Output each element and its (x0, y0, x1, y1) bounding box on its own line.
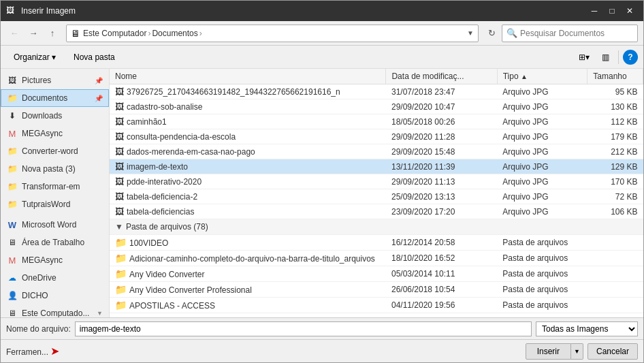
filename-label: Nome do arquivo: (6, 324, 71, 334)
organize-button[interactable]: Organizar ▾ (6, 49, 63, 65)
sidebar-label-megasync: MEGAsync (22, 129, 63, 138)
preview-button[interactable]: ▥ (597, 49, 614, 65)
bottom-bar: Nome do arquivo: Todas as Imagens (1, 317, 643, 339)
pictures-icon: 🖼 (7, 75, 18, 86)
sidebar-label-pictures: Pictures (22, 76, 51, 85)
file-list-area[interactable]: Nome Data de modificaç... Tipo ▲ Tamanho… (110, 69, 643, 317)
table-row[interactable]: 🖼37926725_2170434663191482_1944322765662… (110, 84, 643, 99)
back-button[interactable]: ← (6, 25, 22, 42)
new-folder-button[interactable]: Nova pasta (66, 49, 123, 65)
sidebar-item-onedrive[interactable]: ☁ OneDrive (1, 269, 109, 287)
refresh-button[interactable]: ↻ (484, 26, 499, 41)
sidebar-label-transformar: Transformar-em (22, 182, 80, 191)
forward-button[interactable]: → (25, 25, 42, 42)
close-button[interactable]: ✕ (622, 5, 638, 17)
col-header-type[interactable]: Tipo ▲ (497, 69, 587, 84)
sidebar-item-word[interactable]: W Microsoft Word (1, 216, 109, 234)
dialog-title: Inserir Imagem (21, 6, 76, 16)
breadcrumb-root[interactable]: Este Computador (83, 29, 146, 38)
tools-arrow-icon: ➤ (50, 345, 59, 357)
sidebar-item-megasync[interactable]: M MEGAsync (1, 125, 109, 142)
table-row[interactable]: 📁100VIDEO16/12/2014 20:58Pasta de arquiv… (110, 235, 643, 251)
col-header-date[interactable]: Data de modificaç... (386, 69, 497, 84)
toolbar-divider (618, 50, 619, 64)
table-row[interactable]: 🖼pdde-interativo-202029/09/2020 11:13Arq… (110, 174, 643, 189)
nova-pasta-icon: 📁 (7, 163, 18, 174)
filetype-select[interactable]: Todas as Imagens (536, 321, 638, 336)
sidebar-item-pictures[interactable]: 🖼 Pictures 📌 (1, 72, 109, 89)
insert-dropdown-button[interactable]: ▼ (571, 343, 583, 360)
table-row[interactable]: 📁APOSTILAS - ACCESS04/11/2020 19:56Pasta… (110, 298, 643, 313)
up-button[interactable]: ↑ (44, 25, 61, 42)
sidebar-item-computer[interactable]: 🖥 Este Computado... ▼ (1, 304, 109, 317)
table-row[interactable]: 🖼dados-merenda-em-casa-nao-pago29/09/202… (110, 144, 643, 159)
sidebar-item-desktop[interactable]: 🖥 Área de Trabalho (1, 234, 109, 251)
table-row[interactable]: ➤🖼imagem-de-texto13/11/2020 11:39Arquivo… (110, 159, 643, 174)
sidebar-item-downloads[interactable]: ⬇ Downloads (1, 107, 109, 125)
sidebar-label-dicho: DICHO (22, 291, 48, 300)
address-dropdown-icon[interactable]: ▼ (467, 29, 474, 37)
section-header-folders[interactable]: ▼Pasta de arquivos (78) (110, 219, 643, 235)
table-row[interactable]: 📁Any Video Converter05/03/2014 10:11Past… (110, 266, 643, 282)
sidebar-item-dicho[interactable]: 👤 DICHO (1, 287, 109, 304)
insert-button[interactable]: Inserir (526, 343, 571, 360)
breadcrumb-sep-1: › (148, 29, 150, 38)
action-bar: Organizar ▾ Nova pasta ⊞▾ ▥ ? (1, 46, 643, 69)
help-button[interactable]: ? (623, 50, 638, 65)
filename-input[interactable] (75, 321, 532, 336)
pin-icon-pictures: 📌 (95, 77, 103, 84)
table-row[interactable]: 🖼cadastro-sob-analise29/09/2020 10:47Arq… (110, 99, 643, 114)
table-row[interactable]: 🖼tabela-deficiencia-225/09/2020 13:13Arq… (110, 189, 643, 204)
table-row[interactable]: 📁Adicionar-caminho-completo-do-arquivo-n… (110, 251, 643, 266)
sidebar-label-nova-pasta: Nova pasta (3) (22, 164, 76, 174)
minimize-button[interactable]: ─ (586, 5, 602, 17)
sidebar-label-documents: Documentos (22, 93, 67, 103)
maximize-button[interactable]: □ (604, 5, 620, 17)
documents-icon: 📁 (7, 93, 18, 104)
col-header-name[interactable]: Nome (110, 69, 386, 84)
title-bar: 🖼 Inserir Imagem ─ □ ✕ (1, 1, 643, 21)
sidebar-label-tutprais: TutpraisWord (22, 200, 70, 209)
sort-arrow-icon: ▲ (521, 73, 528, 80)
sidebar-item-converter[interactable]: 📁 Converter-word (1, 142, 109, 160)
col-header-size[interactable]: Tamanho (587, 69, 643, 84)
table-row[interactable]: 🖼caminhão118/05/2018 00:26Arquivo JPG112… (110, 114, 643, 129)
downloads-icon: ⬇ (7, 110, 18, 121)
cancel-button[interactable]: Cancelar (587, 343, 638, 360)
sidebar-label-downloads: Downloads (22, 111, 62, 121)
onedrive-icon: ☁ (7, 272, 18, 283)
word-icon: W (7, 219, 18, 230)
address-bar[interactable]: 🖥 Este Computador › Documentos › ▼ (66, 25, 479, 42)
sidebar-item-transformar[interactable]: 📁 Transformar-em (1, 178, 109, 195)
mega2-icon: M (7, 255, 18, 266)
transformar-icon: 📁 (7, 181, 18, 192)
view-mode-button[interactable]: ⊞▾ (574, 49, 594, 65)
search-input[interactable] (520, 29, 633, 38)
dialog-icon: 🖼 (6, 5, 17, 16)
dicho-icon: 👤 (7, 290, 18, 301)
navigation-toolbar: ← → ↑ 🖥 Este Computador › Documentos › ▼… (1, 21, 643, 46)
table-row[interactable]: 🖼consulta-pendencia-da-escola29/09/2020 … (110, 129, 643, 144)
sidebar-item-mega2[interactable]: M MEGAsync (1, 251, 109, 269)
tutprais-icon: 📁 (7, 199, 18, 210)
file-table: Nome Data de modificaç... Tipo ▲ Tamanho… (110, 69, 643, 313)
table-row[interactable]: 📁Any Video Converter Professional26/06/2… (110, 282, 643, 298)
action-footer: Ferramen... ➤ Inserir ▼ Cancelar (1, 339, 643, 362)
search-box[interactable]: 🔍 (502, 25, 638, 42)
table-row[interactable]: 🖼tabela-deficiencias23/09/2020 17:20Arqu… (110, 204, 643, 219)
sidebar-item-nova-pasta[interactable]: 📁 Nova pasta (3) (1, 160, 109, 178)
pin-icon-documents: 📌 (95, 95, 103, 102)
megasync-icon: M (7, 128, 18, 139)
computer-icon: 🖥 (71, 28, 80, 39)
insert-btn-group: Inserir ▼ (526, 343, 583, 360)
computer-side-icon: 🖥 (7, 308, 18, 317)
breadcrumb-current[interactable]: Documentos (152, 29, 197, 38)
sidebar-label-desktop: Área de Trabalho (22, 238, 84, 247)
sidebar-item-tutprais[interactable]: 📁 TutpraisWord (1, 195, 109, 213)
view-controls: ⊞▾ ▥ ? (574, 49, 638, 65)
sidebar-label-word: Microsoft Word (22, 220, 76, 230)
sidebar-item-documents[interactable]: 📁 Documentos 📌 (1, 89, 109, 107)
sidebar-label-onedrive: OneDrive (22, 273, 57, 283)
converter-icon: 📁 (7, 146, 18, 157)
tools-text: Ferramen... (6, 347, 48, 357)
